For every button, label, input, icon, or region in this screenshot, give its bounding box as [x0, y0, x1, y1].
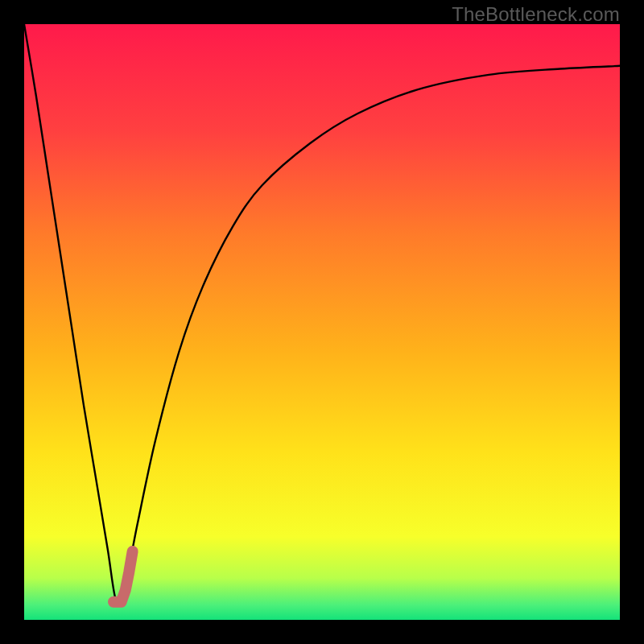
watermark-text: TheBottleneck.com — [452, 3, 620, 26]
chart-frame: TheBottleneck.com — [0, 0, 644, 644]
selected-point-marker — [114, 551, 133, 602]
bottleneck-curve — [24, 24, 620, 604]
curve-layer — [24, 24, 620, 620]
plot-area — [24, 24, 620, 620]
